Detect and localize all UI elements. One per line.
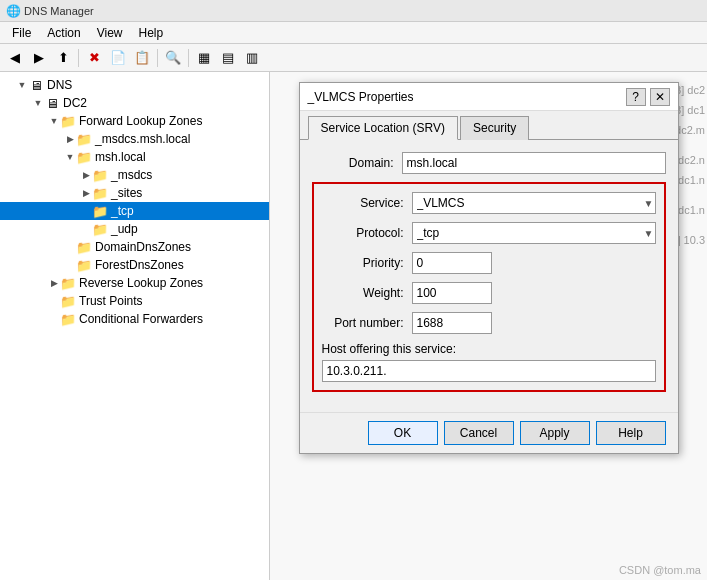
app-title: DNS Manager — [24, 5, 94, 17]
right-panel: 8] dc2 8] dc1 dc2.m dc2.n dc1.n dc1.n 8]… — [270, 72, 707, 580]
toolbar-forward[interactable]: ▶ — [28, 47, 50, 69]
folder-icon: 📁 — [60, 293, 76, 309]
properties-dialog: _VLMCS Properties ? ✕ Service Location (… — [299, 82, 679, 454]
tree-label: DC2 — [63, 96, 87, 110]
service-select[interactable]: _VLMCS — [412, 192, 656, 214]
service-label: Service: — [322, 196, 412, 210]
toolbar-btn3[interactable]: ▥ — [241, 47, 263, 69]
protocol-label: Protocol: — [322, 226, 412, 240]
expand-icon[interactable]: ▶ — [80, 187, 92, 199]
port-input[interactable] — [412, 312, 492, 334]
folder-icon: 📁 — [92, 203, 108, 219]
host-label: Host offering this service: — [322, 342, 656, 356]
dialog-help-button[interactable]: ? — [626, 88, 646, 106]
menu-action[interactable]: Action — [39, 24, 88, 42]
tree-tcp[interactable]: ▶ 📁 _tcp — [0, 202, 269, 220]
title-bar: 🌐 DNS Manager — [0, 0, 707, 22]
tree-label: _sites — [111, 186, 142, 200]
toolbar-copy[interactable]: 📋 — [131, 47, 153, 69]
expand-icon[interactable]: ▶ — [80, 169, 92, 181]
tree-label: _udp — [111, 222, 138, 236]
weight-row: Weight: — [322, 282, 656, 304]
watermark: CSDN @tom.ma — [619, 564, 701, 576]
toolbar-back[interactable]: ◀ — [4, 47, 26, 69]
expand-icon[interactable]: ▶ — [64, 133, 76, 145]
priority-label: Priority: — [322, 256, 412, 270]
tree-label: Forward Lookup Zones — [79, 114, 202, 128]
toolbar-up[interactable]: ⬆ — [52, 47, 74, 69]
help-button[interactable]: Help — [596, 421, 666, 445]
tree-trust-points[interactable]: ▶ 📁 Trust Points — [0, 292, 269, 310]
toolbar-btn1[interactable]: ▦ — [193, 47, 215, 69]
menu-view[interactable]: View — [89, 24, 131, 42]
dialog-controls: ? ✕ — [626, 88, 670, 106]
dialog-title: _VLMCS Properties — [308, 90, 414, 104]
tab-security[interactable]: Security — [460, 116, 529, 140]
expand-icon[interactable]: ▼ — [64, 151, 76, 163]
toolbar-new[interactable]: 📄 — [107, 47, 129, 69]
host-input[interactable] — [322, 360, 656, 382]
expand-icon[interactable]: ▼ — [32, 97, 44, 109]
tree-forward-zones[interactable]: ▼ 📁 Forward Lookup Zones — [0, 112, 269, 130]
expand-icon: ▶ — [64, 241, 76, 253]
dialog-overlay: _VLMCS Properties ? ✕ Service Location (… — [270, 72, 707, 580]
folder-icon: 📁 — [92, 185, 108, 201]
expand-icon[interactable]: ▼ — [16, 79, 28, 91]
tree-msh-local[interactable]: ▼ 📁 msh.local — [0, 148, 269, 166]
tree-label: DNS — [47, 78, 72, 92]
tree-label: _msdcs — [111, 168, 152, 182]
tree-forest-dns[interactable]: ▶ 📁 ForestDnsZones — [0, 256, 269, 274]
priority-input[interactable] — [412, 252, 492, 274]
expand-icon: ▶ — [48, 313, 60, 325]
expand-icon[interactable]: ▼ — [48, 115, 60, 127]
tree-dc2[interactable]: ▼ 🖥 DC2 — [0, 94, 269, 112]
tree-udp[interactable]: ▶ 📁 _udp — [0, 220, 269, 238]
expand-icon: ▶ — [80, 223, 92, 235]
tree-reverse-zones[interactable]: ▶ 📁 Reverse Lookup Zones — [0, 274, 269, 292]
dialog-close-button[interactable]: ✕ — [650, 88, 670, 106]
toolbar-btn2[interactable]: ▤ — [217, 47, 239, 69]
host-section: Host offering this service: — [322, 342, 656, 382]
separator-1 — [78, 49, 79, 67]
tab-srv[interactable]: Service Location (SRV) — [308, 116, 459, 140]
toolbar-delete[interactable]: ✖ — [83, 47, 105, 69]
dns-icon: 🖥 — [28, 77, 44, 93]
menu-help[interactable]: Help — [131, 24, 172, 42]
cancel-button[interactable]: Cancel — [444, 421, 514, 445]
protocol-row: Protocol: _tcp ▼ — [322, 222, 656, 244]
dialog-buttons: OK Cancel Apply Help — [300, 412, 678, 453]
menu-file[interactable]: File — [4, 24, 39, 42]
tree-msdcs[interactable]: ▶ 📁 _msdcs.msh.local — [0, 130, 269, 148]
tree-label: Trust Points — [79, 294, 143, 308]
apply-button[interactable]: Apply — [520, 421, 590, 445]
tree-panel: ▼ 🖥 DNS ▼ 🖥 DC2 ▼ 📁 Forward Lookup Zones… — [0, 72, 270, 580]
tree-label: Reverse Lookup Zones — [79, 276, 203, 290]
service-row: Service: _VLMCS ▼ — [322, 192, 656, 214]
tree-dns-root[interactable]: ▼ 🖥 DNS — [0, 76, 269, 94]
protocol-select[interactable]: _tcp — [412, 222, 656, 244]
expand-icon[interactable]: ▶ — [48, 277, 60, 289]
port-label: Port number: — [322, 316, 412, 330]
weight-label: Weight: — [322, 286, 412, 300]
ok-button[interactable]: OK — [368, 421, 438, 445]
domain-label: Domain: — [312, 156, 402, 170]
tree-conditional-fwds[interactable]: ▶ 📁 Conditional Forwarders — [0, 310, 269, 328]
tree-label: msh.local — [95, 150, 146, 164]
weight-input[interactable] — [412, 282, 492, 304]
server-icon: 🖥 — [44, 95, 60, 111]
toolbar-search[interactable]: 🔍 — [162, 47, 184, 69]
tree-label: DomainDnsZones — [95, 240, 191, 254]
expand-icon: ▶ — [48, 295, 60, 307]
main-area: ▼ 🖥 DNS ▼ 🖥 DC2 ▼ 📁 Forward Lookup Zones… — [0, 72, 707, 580]
tree-msdcs2[interactable]: ▶ 📁 _msdcs — [0, 166, 269, 184]
tree-domain-dns[interactable]: ▶ 📁 DomainDnsZones — [0, 238, 269, 256]
domain-input[interactable] — [402, 152, 666, 174]
folder-icon: 📁 — [76, 257, 92, 273]
tree-label: _tcp — [111, 204, 134, 218]
priority-row: Priority: — [322, 252, 656, 274]
folder-icon: 📁 — [60, 113, 76, 129]
folder-icon: 📁 — [60, 275, 76, 291]
tree-sites[interactable]: ▶ 📁 _sites — [0, 184, 269, 202]
dialog-tabs: Service Location (SRV) Security — [300, 111, 678, 140]
dialog-titlebar: _VLMCS Properties ? ✕ — [300, 83, 678, 111]
